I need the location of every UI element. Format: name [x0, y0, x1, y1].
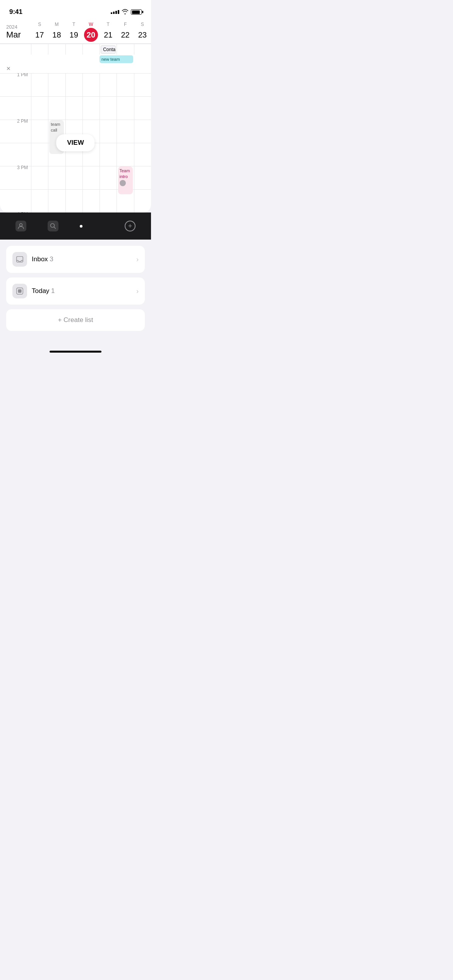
inbox-icon-wrap — [12, 252, 27, 267]
week-header: 2024 Mar S 17 M 18 T 19 W 20 — [0, 19, 151, 44]
inbox-chevron: › — [136, 255, 139, 264]
calendar-section: 2024 Mar S 17 M 18 T 19 W 20 — [0, 19, 151, 212]
status-bar: 9:41 — [0, 0, 151, 19]
time-label-1pm: 1 PM — [0, 73, 31, 93]
search-icon — [48, 221, 58, 231]
day-col-sun[interactable]: S 17 — [31, 22, 48, 42]
today-icon — [15, 287, 24, 295]
today-row: Today 1 › — [6, 278, 145, 305]
day-num-tue: 19 — [67, 28, 81, 42]
wifi-icon — [122, 9, 129, 15]
team-intro-event[interactable]: Team intro — [118, 166, 133, 194]
contact-event[interactable]: Contac — [101, 45, 116, 54]
calendar-year: 2024 — [6, 24, 31, 30]
day-name-sun: S — [38, 22, 41, 27]
inbox-icon — [15, 255, 24, 264]
calendar-month: Mar — [6, 30, 31, 40]
day-num-sat: 23 — [136, 28, 149, 42]
today-title: Today 1 — [32, 287, 55, 295]
today-text: Today 1 — [32, 287, 132, 295]
day-num-mon: 18 — [50, 28, 63, 42]
day-col-thu[interactable]: T 21 — [100, 22, 117, 42]
time-cells-1pm — [31, 74, 151, 96]
month-year: 2024 Mar — [0, 24, 31, 40]
status-icons — [111, 9, 142, 15]
inbox-row: Inbox 3 › — [6, 246, 145, 273]
collapse-row: ✕ — [0, 64, 151, 73]
person-icon — [15, 221, 26, 231]
allday-cell-3 — [82, 44, 100, 55]
inbox-title: Inbox 3 — [32, 255, 53, 263]
view-button[interactable]: VIEW — [56, 134, 94, 151]
allday-cell-0 — [31, 44, 48, 55]
allday-cell-1 — [48, 44, 65, 55]
reminders-section: Inbox 3 › Today 1 › — [0, 240, 151, 331]
day-num-fri: 22 — [118, 28, 132, 42]
allday-label — [0, 44, 31, 55]
time-grid: 1 PM 2 PM — [0, 73, 151, 212]
person-tab[interactable] — [15, 221, 26, 231]
today-icon-wrap — [12, 284, 27, 298]
day-name-thu: T — [107, 22, 110, 27]
svg-line-2 — [54, 227, 55, 229]
time-row-half1 — [0, 96, 151, 120]
allday-cells: Contac — [31, 44, 151, 55]
inbox-count: 3 — [50, 255, 53, 263]
day-name-mon: M — [55, 22, 58, 27]
allday-cell-2 — [65, 44, 82, 55]
day-columns: S 17 M 18 T 19 W 20 T 21 — [31, 22, 151, 42]
time-row-1pm: 1 PM — [0, 73, 151, 96]
today-count: 1 — [51, 287, 55, 295]
day-col-mon[interactable]: M 18 — [48, 22, 65, 42]
allday-strip: Contac — [0, 44, 151, 55]
day-name-wed: W — [89, 22, 93, 27]
allday-cell-6 — [134, 44, 151, 55]
day-col-fri[interactable]: F 22 — [117, 22, 134, 42]
day-num-thu: 21 — [101, 28, 115, 42]
home-indicator — [50, 351, 101, 353]
day-name-sat: S — [141, 22, 144, 27]
create-list-label: + Create list — [58, 316, 93, 324]
inbox-text: Inbox 3 — [32, 255, 132, 263]
status-time: 9:41 — [9, 8, 22, 16]
day-name-fri: F — [124, 22, 127, 27]
day-name-tue: T — [72, 22, 75, 27]
add-button[interactable]: + — [125, 221, 136, 231]
today-chevron: › — [136, 287, 139, 295]
day-col-sat[interactable]: S 23 — [134, 22, 151, 42]
home-indicator-area — [0, 336, 151, 359]
day-num-sun: 17 — [33, 28, 46, 42]
new-team-banner-row: new team — [31, 55, 151, 64]
active-dot — [80, 225, 82, 228]
signal-icon — [111, 10, 119, 14]
search-tab[interactable] — [48, 221, 58, 231]
allday-cell-5 — [117, 44, 134, 55]
collapse-icon[interactable]: ✕ — [6, 65, 11, 72]
today-card[interactable]: Today 1 › — [6, 278, 145, 305]
time-label-2pm: 2 PM — [0, 117, 31, 140]
day-col-tue[interactable]: T 19 — [65, 22, 82, 42]
day-col-wed[interactable]: W 20 — [82, 22, 100, 42]
allday-cell-4: Contac — [100, 44, 117, 55]
svg-rect-5 — [18, 290, 21, 293]
day-num-wed: 20 — [84, 28, 98, 42]
new-team-event[interactable]: new team — [100, 55, 133, 63]
inbox-card[interactable]: Inbox 3 › — [6, 246, 145, 273]
time-label-4pm: 4 PM — [0, 210, 31, 212]
create-list-card[interactable]: + Create list — [6, 309, 145, 331]
svg-point-0 — [20, 224, 22, 226]
time-label-3pm: 3 PM — [0, 163, 31, 186]
battery-icon — [131, 9, 142, 15]
tab-bar: + — [0, 212, 151, 240]
